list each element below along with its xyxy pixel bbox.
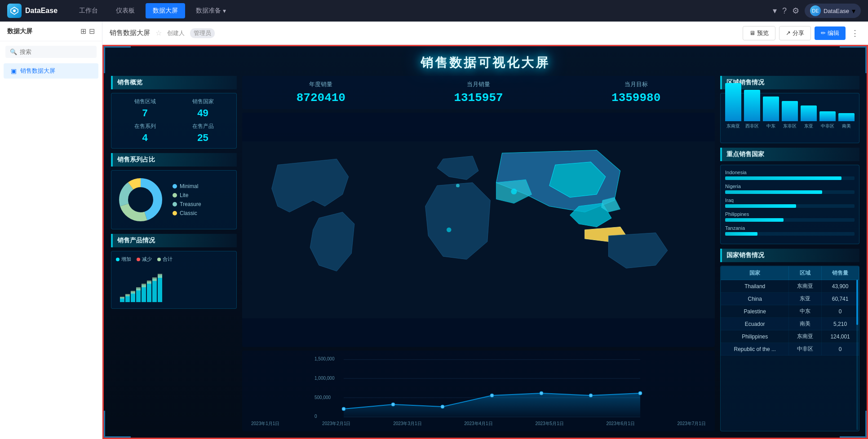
user-badge[interactable]: DE DataEase ▾	[805, 4, 861, 18]
nav-dashboard[interactable]: 仪表板	[109, 3, 142, 18]
zhongdong-bar	[763, 97, 779, 121]
svg-text:1,500,000: 1,500,000	[314, 356, 335, 361]
svg-rect-19	[142, 284, 146, 287]
page-title: 销售数据大屏	[110, 29, 150, 37]
td-country: Republic of the ...	[721, 343, 789, 356]
country-iraq: Iraq	[725, 198, 855, 208]
overview-card: 销售区域 7 销售国家 49 在售系列 4	[111, 93, 237, 149]
minimal-label: Minimal	[180, 183, 198, 189]
product-bar-chart	[116, 266, 232, 302]
key-countries-header: 重点销售国家	[720, 148, 859, 161]
td-country: Philippines	[721, 330, 789, 343]
sidebar-actions: ⊞ ⊟	[80, 27, 95, 35]
overview-series: 在售系列 4	[118, 123, 172, 144]
increase-legend: 增加	[116, 256, 131, 263]
help-icon[interactable]: ?	[782, 6, 787, 16]
nigeria-fill	[725, 190, 822, 194]
add-folder-icon[interactable]: ⊞	[80, 27, 86, 35]
decrease-legend: 减少	[137, 256, 152, 263]
total-dot	[157, 258, 161, 261]
total-legend: 合计	[157, 256, 173, 263]
table-row: Republic of the ... 中非区 0	[721, 343, 859, 356]
svg-rect-21	[152, 277, 157, 281]
nanmei-bar	[838, 113, 855, 121]
svg-point-1	[13, 9, 16, 12]
preview-icon: 🖥	[749, 30, 755, 36]
series-value: 4	[118, 132, 172, 144]
region-bar-zhongdong: 中东	[763, 97, 779, 129]
overview-product: 在售产品 25	[176, 123, 230, 144]
table-row: China 东亚 60,741	[721, 293, 859, 305]
increase-dot	[116, 258, 120, 261]
avatar: DE	[810, 5, 821, 16]
country-tanzania: Tanzania	[725, 225, 855, 236]
overview-country: 销售国家 49	[176, 98, 230, 119]
corner-decoration-tl	[104, 46, 131, 73]
series-label: 在售系列	[118, 123, 172, 130]
country-indonesia: Indonesia	[725, 170, 855, 180]
country-label: 销售国家	[176, 98, 230, 105]
legend-classic: Classic	[173, 210, 201, 216]
product-label: 在售产品	[176, 123, 230, 130]
col-sales: 销售量	[822, 267, 859, 280]
settings-icon[interactable]: ⚙	[792, 6, 799, 16]
svg-text:1,000,000: 1,000,000	[314, 376, 335, 381]
sidebar: 数据大屏 ⊞ ⊟ 🔍 ▣ 销售数据大屏	[0, 22, 102, 439]
monthly-sales-stat: 当月销量 1315957	[454, 80, 503, 105]
x-label-may: 2023年5月1日	[535, 421, 563, 427]
nav-workbench[interactable]: 工作台	[72, 3, 105, 18]
nav-dropdown-icon[interactable]: ▾	[773, 6, 777, 16]
favorite-icon[interactable]: ☆	[155, 29, 162, 37]
nav-datascreen[interactable]: 数据大屏	[146, 3, 185, 18]
table-scrollbar[interactable]	[856, 280, 858, 430]
monthly-sales-label: 当月销量	[454, 80, 503, 88]
edit-button[interactable]: ✏ 编辑	[815, 26, 846, 40]
logo-text: DataEase	[25, 7, 58, 15]
search-input[interactable]	[20, 48, 92, 55]
svg-rect-11	[142, 285, 146, 302]
nigeria-label: Nigeria	[725, 184, 855, 189]
table-row: Philippines 东南亚 124,001	[721, 330, 859, 343]
collapse-icon[interactable]: ⊟	[89, 27, 95, 35]
logo-icon	[7, 4, 22, 18]
share-button[interactable]: ↗ 分享	[779, 26, 811, 40]
series-header: 销售系列占比	[111, 153, 237, 167]
search-icon: 🔍	[10, 48, 17, 55]
nav-dataprep[interactable]: 数据准备 ▾	[189, 3, 233, 18]
tanzania-track	[725, 232, 855, 236]
x-label-jul: 2023年7月1日	[678, 421, 706, 427]
legend-treasure: Treasure	[173, 201, 201, 207]
svg-rect-9	[131, 292, 135, 302]
overview-title: 销售概览	[117, 79, 142, 87]
sidebar-search-box[interactable]: 🔍	[5, 46, 97, 58]
monthly-target-label: 当月目标	[611, 80, 660, 88]
content-area: 销售数据大屏 ☆ 创建人 管理员 🖥 预览 ↗ 分享 ✏ 编辑 ⋮	[102, 22, 868, 439]
region-bar-nanmei: 南美	[838, 113, 855, 129]
monthly-target-stat: 当月目标 1359980	[611, 80, 660, 105]
right-panel: 区域销售情况 东南亚 西非区	[720, 76, 859, 431]
region-bar-dongya: 东亚	[801, 105, 817, 129]
table-row: Palestine 中东 0	[721, 305, 859, 318]
svg-rect-22	[158, 274, 162, 278]
more-options-icon[interactable]: ⋮	[849, 26, 861, 40]
country-table-card: 国家 区域 销售量 Thailand 东南亚	[720, 266, 859, 431]
svg-rect-10	[136, 289, 141, 302]
svg-point-36	[342, 407, 345, 411]
country-table-section: 国家销售情况 国家 区域 销售量	[720, 249, 859, 431]
svg-rect-17	[131, 291, 135, 294]
dongfei-bar	[782, 101, 798, 121]
country-table: 国家 区域 销售量 Thailand 东南亚	[721, 266, 859, 356]
legend-minimal: Minimal	[173, 183, 201, 189]
screen-icon: ▣	[11, 67, 17, 75]
scrollbar-thumb	[856, 280, 858, 325]
svg-rect-14	[158, 275, 162, 302]
region-chart-card: 东南亚 西非区 中东	[720, 93, 859, 143]
xifei-bar	[744, 90, 760, 121]
preview-button[interactable]: 🖥 预览	[743, 26, 775, 40]
share-icon: ↗	[786, 30, 791, 36]
content-header: 销售数据大屏 ☆ 创建人 管理员 🖥 预览 ↗ 分享 ✏ 编辑 ⋮	[102, 22, 868, 45]
region-label: 销售区域	[118, 98, 172, 105]
sidebar-item-sales-screen[interactable]: ▣ 销售数据大屏	[4, 63, 98, 79]
minimal-dot	[173, 184, 177, 189]
dashboard-background: 销售数据可视化大屏 销售概览	[104, 46, 867, 438]
